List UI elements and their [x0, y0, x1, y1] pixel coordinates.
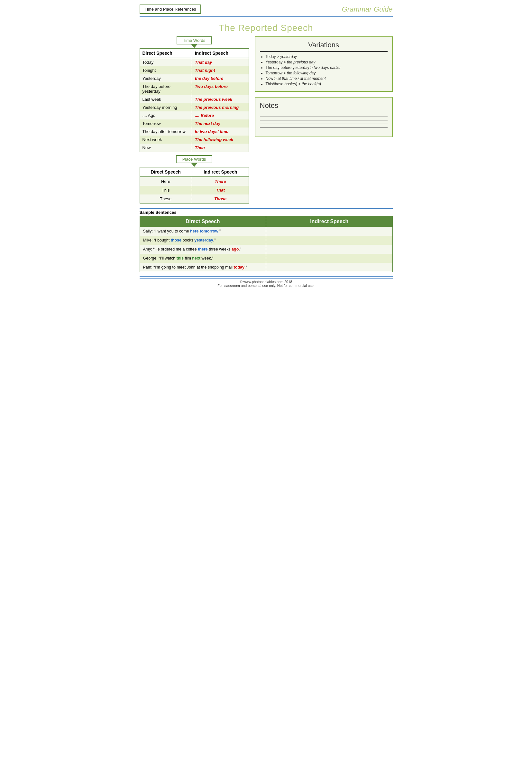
time-indirect-cell: In two days' time: [192, 128, 249, 136]
time-indirect-cell: That night: [192, 66, 249, 75]
footer-copyright: © www.photocopiables.com 2018: [133, 280, 399, 284]
right-column: Variations Today > yesterday Yesterday >…: [255, 36, 393, 203]
notes-line-5: [260, 127, 388, 128]
time-indirect-cell: The following week: [192, 136, 249, 144]
list-item: The day before yesterday > two days earl…: [266, 65, 388, 70]
place-table-indirect-header: Indirect Speech: [192, 167, 249, 177]
sample-indirect-cell: [266, 263, 392, 272]
header-title-box: Time and Place References: [140, 5, 201, 14]
place-table-direct-header: Direct Speech: [140, 167, 192, 177]
time-indirect-cell: The previous week: [192, 95, 249, 103]
sample-sentences-label: Sample Sentences: [140, 210, 393, 215]
time-indirect-cell: Then: [192, 144, 249, 152]
sample-direct-cell: Amy: “He ordered me a coffee there three…: [140, 245, 266, 254]
header-title: Time and Place References: [145, 7, 196, 12]
list-item: Today > yesterday: [266, 54, 388, 59]
time-direct-cell: Last week: [140, 95, 192, 103]
sample-direct-cell: Mike: “I bought those books yesterday.”: [140, 236, 266, 245]
place-words-label: Place Words: [176, 155, 212, 163]
sample-direct-cell: Sally: “I want you to come here tomorrow…: [140, 227, 266, 236]
time-words-label: Time Words: [177, 36, 211, 45]
time-indirect-cell: .... Before: [192, 111, 249, 119]
time-words-label-wrap: Time Words: [140, 36, 249, 45]
time-direct-cell: .... Ago: [140, 111, 192, 119]
time-direct-cell: The day after tomorrow: [140, 128, 192, 136]
place-direct-cell: This: [140, 186, 192, 195]
sample-sentences-section: Sample Sentences Direct Speech Indirect …: [140, 208, 393, 272]
time-direct-cell: Yesterday: [140, 75, 192, 82]
place-table-wrapper: Direct Speech Indirect Speech HereThereT…: [140, 167, 249, 203]
main-title: The Reported Speech: [133, 23, 399, 33]
notes-line-1: [260, 113, 388, 113]
sample-direct-header: Direct Speech: [140, 216, 266, 227]
time-table-indirect-header: Indirect Speech: [192, 48, 249, 58]
place-indirect-cell: Those: [192, 195, 249, 203]
footer-note: For classroom and personal use only. Not…: [133, 284, 399, 288]
time-indirect-cell: That day: [192, 58, 249, 66]
header-divider: [140, 16, 393, 17]
place-speech-table: Direct Speech Indirect Speech HereThereT…: [140, 167, 249, 203]
time-direct-cell: Today: [140, 58, 192, 66]
sample-indirect-cell: [266, 245, 392, 254]
place-direct-cell: Here: [140, 177, 192, 186]
list-item: Yesterday > the previous day: [266, 60, 388, 64]
place-direct-cell: These: [140, 195, 192, 203]
place-words-label-wrap: Place Words: [140, 155, 249, 163]
time-speech-table: Direct Speech Indirect Speech TodayThat …: [140, 48, 249, 152]
variations-divider: [260, 51, 388, 52]
place-indirect-cell: That: [192, 186, 249, 195]
time-direct-cell: Tomorrow: [140, 119, 192, 128]
content-area: Time Words Direct Speech Indirect Speech…: [133, 36, 399, 203]
time-indirect-cell: Two days before: [192, 82, 249, 95]
header: Time and Place References Grammar Guide: [133, 0, 399, 16]
tables-column: Time Words Direct Speech Indirect Speech…: [140, 36, 249, 203]
sample-direct-cell: Pam: “I’m going to meet John at the shop…: [140, 263, 266, 272]
notes-line-3: [260, 120, 388, 120]
place-table-section: Place Words Direct Speech Indirect Speec…: [140, 155, 249, 203]
sample-indirect-cell: [266, 254, 392, 263]
time-indirect-cell: The next day: [192, 119, 249, 128]
notes-line-2: [260, 117, 388, 117]
time-indirect-cell: The previous morning: [192, 103, 249, 111]
sample-direct-cell: George: “I’ll watch this film next week.…: [140, 254, 266, 263]
sample-indirect-cell: [266, 227, 392, 236]
variations-title: Variations: [260, 41, 388, 49]
list-item: Now > at that time / at that moment: [266, 76, 388, 81]
time-direct-cell: Now: [140, 144, 192, 152]
notes-box: Notes: [255, 97, 393, 137]
time-direct-cell: Tonight: [140, 66, 192, 75]
notes-line-4: [260, 124, 388, 124]
grammar-guide-label: Grammar Guide: [342, 5, 393, 14]
time-table-wrapper: Direct Speech Indirect Speech TodayThat …: [140, 48, 249, 152]
sample-indirect-header: Indirect Speech: [266, 216, 392, 227]
list-item: This/those book(s) > the book(s): [266, 82, 388, 86]
variations-list: Today > yesterday Yesterday > the previo…: [260, 54, 388, 86]
sample-indirect-cell: [266, 236, 392, 245]
time-indirect-cell: the day before: [192, 75, 249, 82]
footer-text: © www.photocopiables.com 2018 For classr…: [133, 280, 399, 288]
notes-title: Notes: [260, 102, 388, 110]
time-direct-cell: Next week: [140, 136, 192, 144]
time-direct-cell: Yesterday morning: [140, 103, 192, 111]
footer-line-top: [140, 276, 393, 277]
footer-line-bottom: [140, 278, 393, 279]
time-direct-cell: The day before yesterday: [140, 82, 192, 95]
place-indirect-cell: There: [192, 177, 249, 186]
time-table-direct-header: Direct Speech: [140, 48, 192, 58]
list-item: Tomorrow > the following day: [266, 71, 388, 76]
sample-sentences-table: Direct Speech Indirect Speech Sally: “I …: [140, 216, 393, 272]
variations-box: Variations Today > yesterday Yesterday >…: [255, 36, 393, 92]
